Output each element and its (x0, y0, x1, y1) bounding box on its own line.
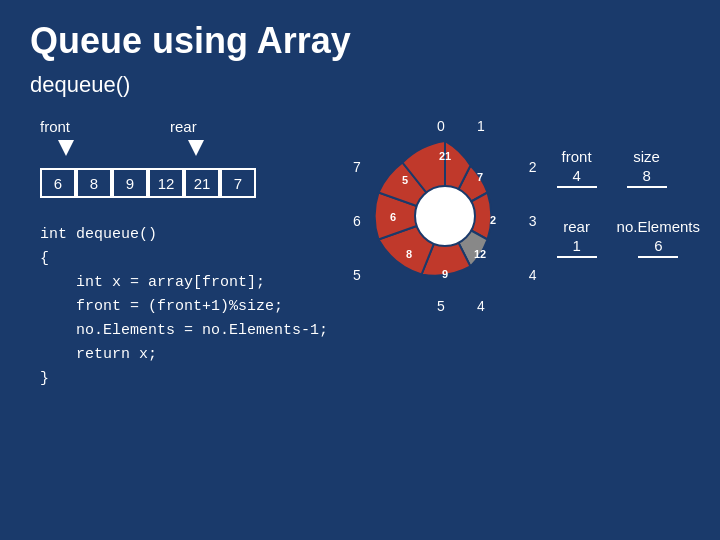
front-arrow (58, 140, 74, 156)
left-num-5: 5 (353, 261, 361, 289)
right-num-3: 3 (529, 181, 537, 261)
info-section: front 4 size 8 rear 1 no.Elements 6 (557, 148, 700, 258)
no-elements-label: no.Elements (617, 218, 700, 235)
front-rear-labels: front rear (40, 118, 270, 168)
right-num-2: 2 (529, 153, 537, 181)
left-section: front rear 6 8 9 12 21 7 int dequeue() {… (20, 118, 353, 391)
front-info-label: front (562, 148, 592, 165)
seg-label-7: 7 (477, 171, 483, 183)
rear-info-label: rear (563, 218, 590, 235)
no-elements-value: 6 (638, 237, 678, 258)
rear-arrow (188, 140, 204, 156)
array-cell-1: 8 (76, 168, 112, 198)
array-boxes: 6 8 9 12 21 7 (40, 168, 270, 198)
rear-info: rear 1 (557, 218, 597, 258)
array-cell-4: 21 (184, 168, 220, 198)
circular-diagram: 21 7 2 12 9 8 6 5 (365, 136, 525, 296)
seg-label-9: 9 (442, 268, 448, 280)
seg-label-5: 5 (402, 174, 408, 186)
page-title: Queue using Array (0, 0, 720, 72)
top-index-1: 1 (461, 118, 501, 134)
no-elements-info: no.Elements 6 (617, 218, 700, 258)
rear-label: rear (170, 118, 197, 135)
array-section: front rear 6 8 9 12 21 7 (20, 118, 353, 203)
left-num-7: 7 (353, 153, 361, 181)
array-cell-3: 12 (148, 168, 184, 198)
seg-label-2: 2 (490, 214, 496, 226)
svg-point-0 (415, 186, 475, 246)
right-num-4: 4 (529, 261, 537, 289)
seg-label-6: 6 (390, 211, 396, 223)
code-block: int dequeue() { int x = array[front]; fr… (40, 223, 353, 391)
subtitle: dequeue() (0, 72, 720, 108)
size-info-value: 8 (627, 167, 667, 188)
top-index-0: 0 (421, 118, 461, 134)
bottom-index-4: 4 (461, 298, 501, 314)
circle-container: 21 7 2 12 9 8 6 5 (365, 136, 525, 296)
rear-info-value: 1 (557, 237, 597, 258)
array-cell-5: 7 (220, 168, 256, 198)
array-cell-0: 6 (40, 168, 76, 198)
front-info-value: 4 (557, 167, 597, 188)
seg-label-8: 8 (406, 248, 412, 260)
left-num-6: 6 (353, 181, 361, 261)
seg-label-12: 12 (474, 248, 486, 260)
array-cell-2: 9 (112, 168, 148, 198)
main-content: front rear 6 8 9 12 21 7 int dequeue() {… (0, 118, 720, 391)
size-info-label: size (633, 148, 660, 165)
front-info: front 4 (557, 148, 597, 188)
code-section: int dequeue() { int x = array[front]; fr… (20, 223, 353, 391)
bottom-index-5: 5 (421, 298, 461, 314)
front-label: front (40, 118, 70, 135)
seg-label-21: 21 (439, 150, 451, 162)
size-info: size 8 (627, 148, 667, 188)
